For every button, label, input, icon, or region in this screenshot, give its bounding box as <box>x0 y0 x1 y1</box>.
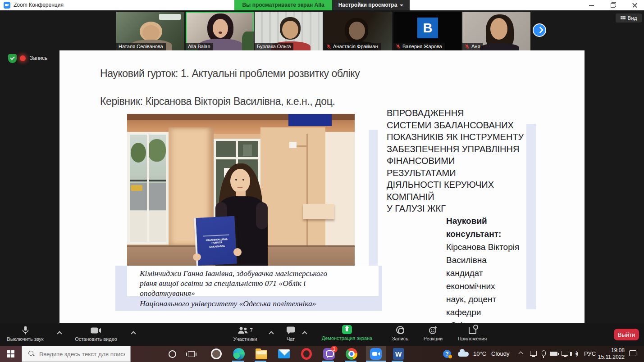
weather-button[interactable] <box>456 347 470 361</box>
apps-button[interactable]: Приложения <box>453 326 491 341</box>
search-icon <box>28 351 35 357</box>
windows-logo-icon <box>7 350 14 357</box>
action-center-icon[interactable] <box>629 350 636 356</box>
participants-button[interactable]: 7 Участники <box>226 326 264 342</box>
chat-caret[interactable] <box>303 330 307 335</box>
taskbar-search[interactable] <box>22 346 131 362</box>
video-tile[interactable]: Бурлака Ольга <box>255 12 323 50</box>
video-tile[interactable]: B Валерия Жарова <box>393 12 461 50</box>
close-button[interactable] <box>627 0 643 10</box>
person-hand <box>233 248 242 256</box>
cast-tray-icon[interactable] <box>530 351 537 356</box>
windows-taskbar: 1 W ? 10°C Cloudy РУС 19:08 15.11.2022 <box>0 346 644 362</box>
record-icon <box>396 326 404 334</box>
video-options-caret[interactable] <box>132 330 136 335</box>
taskbar-clock[interactable]: 19:08 15.11.2022 <box>596 347 625 361</box>
person-face <box>230 169 250 193</box>
taskbar-app-opera[interactable] <box>297 347 315 361</box>
next-participants-button[interactable] <box>533 23 546 37</box>
opera-icon <box>301 348 312 360</box>
ring-app-icon <box>211 348 222 359</box>
video-tile[interactable]: Анастасія Фрайман <box>324 12 392 50</box>
word-icon: W <box>393 348 404 360</box>
mute-options-caret[interactable] <box>58 330 62 335</box>
participants-caret[interactable] <box>269 330 274 335</box>
zoom-icon <box>370 348 382 360</box>
volume-tray-icon[interactable] <box>575 352 578 356</box>
consultant-block: Науковий консультант: Кірсанова Вікторія… <box>446 214 530 323</box>
help-tray-button[interactable]: ? <box>441 347 453 361</box>
chrome-icon <box>346 348 357 360</box>
network-tray-icon[interactable] <box>562 351 568 356</box>
participant-name: Наталя Селіванова <box>116 43 166 50</box>
recording-label: Запись <box>30 55 47 61</box>
shared-screen-slide: Науковий гурток: 1. Актуальні проблеми р… <box>59 50 585 323</box>
weather-condition[interactable]: Cloudy <box>491 350 509 357</box>
leave-button[interactable]: Выйти <box>614 329 639 340</box>
security-shield-icon[interactable] <box>8 54 17 63</box>
consultant-heading: Науковий консультант: <box>446 214 518 240</box>
taskbar-app-word[interactable]: W <box>389 347 407 361</box>
view-layout-button[interactable]: Вид <box>616 14 642 23</box>
mail-icon <box>278 349 290 358</box>
task-view-button[interactable] <box>182 347 200 361</box>
task-view-icon <box>188 351 195 357</box>
taskbar-app-zoom[interactable] <box>367 347 385 361</box>
language-indicator[interactable]: РУС <box>584 350 596 357</box>
apps-icon <box>469 326 476 334</box>
microphone-icon <box>22 326 29 335</box>
video-tile[interactable]: Наталя Селіванова <box>116 12 184 50</box>
participant-name: Анастасія Фрайман <box>324 43 381 50</box>
cortana-icon <box>169 350 176 358</box>
taskbar-app-ring[interactable] <box>207 347 225 361</box>
video-tile[interactable]: Аня <box>462 12 530 50</box>
share-screen-icon <box>342 325 352 334</box>
participant-name: Аня <box>462 43 483 50</box>
chat-icon <box>286 326 295 335</box>
photo-caption-footer: Національного університету «Одеська полі… <box>140 299 316 308</box>
building-sign <box>288 114 332 126</box>
video-tile-active-speaker[interactable]: Alla Balan <box>186 12 254 50</box>
taskbar-app-viber[interactable]: 1 <box>320 347 338 361</box>
chevron-down-icon <box>400 5 403 6</box>
stop-video-button[interactable]: Остановить видео <box>71 326 121 342</box>
battery-tray-icon[interactable] <box>550 352 557 356</box>
participant-name: Alla Balan <box>186 43 213 50</box>
reactions-button[interactable]: Реакции <box>418 326 448 341</box>
thesis-topic: ВПРОВАДЖЕННЯ СИСТЕМИ ЗБАЛАНСОВАНИХ ПОКАЗ… <box>387 107 535 215</box>
weather-temp[interactable]: 10°C <box>473 350 486 357</box>
meeting-toolbar: Выключить звук Остановить видео 7 Участн… <box>0 323 644 346</box>
photo-caption: Кімінчиджи Ганна Іванівна, здобувачка ма… <box>140 268 327 298</box>
record-button[interactable]: Запись <box>387 326 414 341</box>
reactions-icon <box>429 326 438 335</box>
share-screen-button[interactable]: Демонстрация экрана <box>311 325 383 341</box>
notification-badge: 1 <box>331 346 338 353</box>
cloud-icon <box>458 352 469 357</box>
mute-button[interactable]: Выключить звук <box>5 326 46 342</box>
restore-button[interactable] <box>605 0 621 10</box>
tray-expand-chevron-icon[interactable] <box>519 352 524 357</box>
camera-icon <box>91 327 101 334</box>
view-settings-button[interactable]: Настройки просмотра <box>332 0 410 10</box>
chat-button[interactable]: Чат <box>280 326 301 342</box>
mic-tray-icon[interactable] <box>542 350 546 356</box>
cortana-button[interactable] <box>163 347 181 361</box>
search-input[interactable] <box>39 351 125 357</box>
taskbar-app-mail[interactable] <box>275 347 293 361</box>
window-title: Zoom Конференция <box>14 2 64 8</box>
start-button[interactable] <box>0 346 22 362</box>
muted-mic-icon <box>326 44 331 49</box>
slide-accent-strip <box>369 130 378 276</box>
participants-count: 7 <box>250 327 253 334</box>
viber-icon: 1 <box>323 348 335 360</box>
muted-mic-icon <box>465 44 470 49</box>
file-explorer-icon <box>256 350 267 359</box>
taskbar-app-explorer[interactable] <box>252 347 270 361</box>
zoom-app-icon <box>4 2 10 9</box>
yellow-car <box>131 185 142 191</box>
muted-mic-icon <box>396 44 401 49</box>
taskbar-app-edge[interactable] <box>230 347 248 361</box>
minimize-button[interactable] <box>584 0 599 10</box>
participant-name: Валерия Жарова <box>393 43 445 50</box>
taskbar-app-chrome[interactable] <box>343 347 361 361</box>
